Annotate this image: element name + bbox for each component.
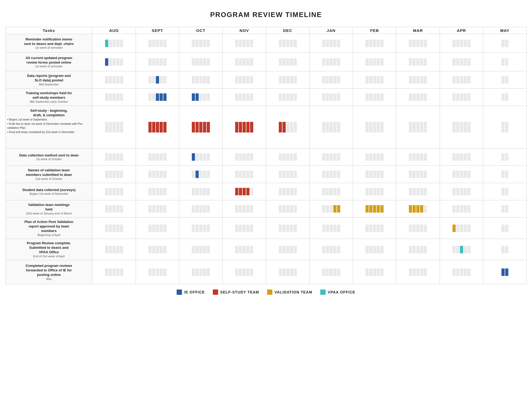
bar bbox=[246, 171, 250, 178]
bar bbox=[192, 171, 195, 178]
bar bbox=[148, 205, 152, 213]
bar bbox=[207, 268, 210, 276]
bar bbox=[501, 40, 505, 47]
bar bbox=[243, 188, 246, 195]
bar bbox=[148, 246, 152, 253]
cell-training-sept bbox=[136, 89, 179, 106]
mar-header: MAR bbox=[396, 27, 440, 34]
cell-valmeet-jan bbox=[309, 200, 353, 218]
bar bbox=[409, 153, 412, 161]
bar bbox=[250, 58, 253, 66]
bar bbox=[456, 122, 459, 133]
bar bbox=[156, 93, 159, 101]
bar bbox=[246, 268, 250, 276]
table-row: Program Review complete.Submitted to dea… bbox=[6, 239, 527, 260]
bar bbox=[282, 171, 286, 178]
bar bbox=[235, 76, 238, 84]
bar bbox=[460, 93, 463, 101]
bar bbox=[163, 122, 167, 133]
bar bbox=[424, 188, 427, 195]
bar bbox=[105, 225, 108, 232]
bar bbox=[290, 246, 293, 253]
cell-reminder-dec bbox=[266, 34, 309, 53]
bar bbox=[464, 93, 467, 101]
bar bbox=[203, 188, 206, 195]
bar bbox=[377, 188, 380, 195]
bar bbox=[373, 268, 376, 276]
bar bbox=[207, 205, 210, 213]
bar bbox=[464, 188, 467, 195]
bar bbox=[322, 58, 325, 66]
bar bbox=[501, 268, 505, 276]
bar bbox=[120, 188, 123, 195]
bar bbox=[279, 268, 282, 276]
bar bbox=[420, 268, 423, 276]
bar bbox=[243, 153, 246, 161]
bar bbox=[109, 153, 112, 161]
cell-selfstudy-dec bbox=[266, 106, 309, 148]
cell-datareports-sept bbox=[136, 71, 179, 89]
bar bbox=[337, 40, 340, 47]
jan-header: JAN bbox=[309, 27, 353, 34]
bar bbox=[505, 93, 508, 101]
bar bbox=[464, 246, 467, 253]
bar bbox=[467, 153, 471, 161]
bar bbox=[163, 246, 167, 253]
bar bbox=[203, 58, 206, 66]
table-row: Completed program reviewsforwarded to Of… bbox=[6, 260, 527, 284]
bar bbox=[286, 153, 289, 161]
bar bbox=[416, 76, 419, 84]
table-row: Self-study - beginning,draft, & completi… bbox=[6, 106, 527, 148]
bar bbox=[286, 76, 289, 84]
bar bbox=[192, 246, 195, 253]
cell-reminder-apr bbox=[440, 34, 483, 53]
bar bbox=[246, 93, 250, 101]
cell-studentdata-nov bbox=[223, 183, 266, 200]
bar bbox=[116, 76, 119, 84]
bar bbox=[373, 153, 376, 161]
bar bbox=[416, 246, 419, 253]
task-updated-program: All current updated programreview forms … bbox=[6, 53, 93, 71]
bar bbox=[337, 93, 340, 101]
task-reminder: Reminder notification memosent to deans … bbox=[6, 34, 93, 53]
dec-header: DEC bbox=[266, 27, 309, 34]
bar bbox=[326, 171, 329, 178]
bar bbox=[326, 58, 329, 66]
bar bbox=[330, 205, 333, 213]
bar bbox=[203, 205, 206, 213]
cell-training-oct bbox=[179, 89, 223, 106]
bar bbox=[163, 188, 167, 195]
bar bbox=[196, 76, 199, 84]
bar bbox=[120, 225, 123, 232]
bar bbox=[192, 188, 195, 195]
table-row: Names of validation teammembers submitte… bbox=[6, 166, 527, 183]
bar bbox=[460, 225, 463, 232]
bar bbox=[377, 205, 380, 213]
bar bbox=[337, 225, 340, 232]
bar bbox=[286, 225, 289, 232]
bar bbox=[333, 188, 336, 195]
bar bbox=[420, 93, 423, 101]
bar bbox=[424, 246, 427, 253]
may-header: MAY bbox=[483, 27, 526, 34]
bar bbox=[505, 122, 508, 133]
bar bbox=[424, 76, 427, 84]
bar bbox=[420, 153, 423, 161]
bar bbox=[239, 268, 242, 276]
bar bbox=[282, 246, 286, 253]
bar bbox=[413, 246, 416, 253]
bar bbox=[116, 122, 119, 133]
bar bbox=[163, 58, 167, 66]
bar bbox=[246, 153, 250, 161]
bar bbox=[464, 153, 467, 161]
bar bbox=[322, 188, 325, 195]
bar bbox=[192, 225, 195, 232]
bar bbox=[337, 246, 340, 253]
legend-ie-office: IE OFFICE bbox=[177, 289, 205, 295]
bar bbox=[420, 246, 423, 253]
bar bbox=[452, 225, 456, 232]
bar bbox=[337, 171, 340, 178]
apr-header: APR bbox=[440, 27, 483, 34]
bar bbox=[282, 153, 286, 161]
bar bbox=[413, 205, 416, 213]
